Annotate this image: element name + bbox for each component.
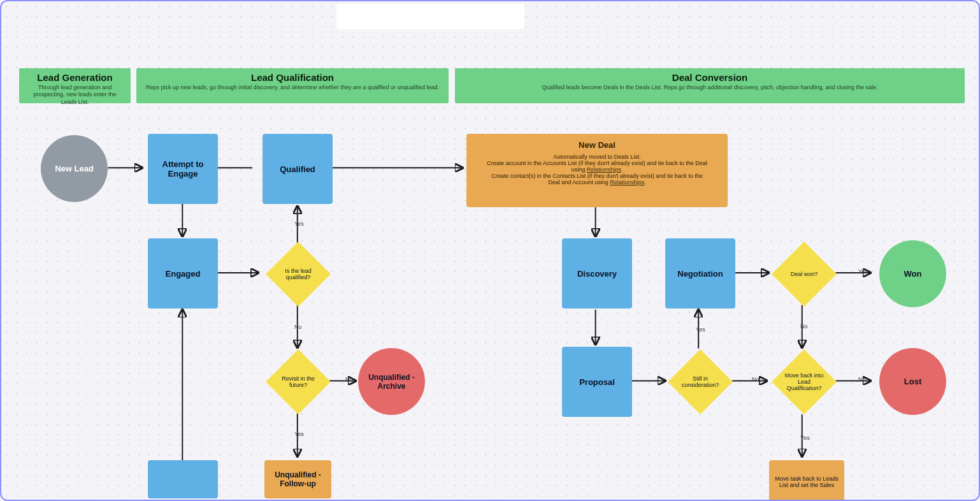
node-new-deal[interactable]: New Deal Automatically moved to Deals Li…	[466, 134, 728, 207]
label-no: No	[345, 376, 353, 382]
stage-sub: Qualified leads become Deals in the Deal…	[461, 84, 958, 91]
label-yes: Yes	[294, 221, 304, 227]
node-new-lead[interactable]: New Lead	[41, 135, 108, 202]
decision-move-back[interactable]: Move back into Lead Qualification?	[772, 349, 837, 414]
decision-revisit[interactable]: Revisit in the future?	[266, 349, 331, 414]
label-yes: Yes	[294, 431, 304, 437]
decision-still-consideration[interactable]: Still in consideration?	[668, 349, 733, 414]
decision-deal-won[interactable]: Deal won?	[772, 242, 837, 307]
stage-title: Lead Qualification	[143, 72, 442, 83]
label-no: No	[294, 324, 302, 330]
new-deal-title: New Deal	[486, 140, 709, 150]
node-unqualified-archive[interactable]: Unqualified - Archive	[358, 348, 425, 415]
stage-deal-conversion: Deal Conversion Qualified leads become D…	[455, 68, 965, 103]
node-proposal[interactable]: Proposal	[562, 347, 632, 417]
stage-title: Deal Conversion	[461, 72, 958, 83]
label-yes: Yes	[800, 435, 810, 441]
label-no: No	[752, 376, 760, 382]
node-negotiation[interactable]: Negotiation	[665, 238, 735, 309]
node-qualified[interactable]: Qualified	[263, 134, 333, 204]
decision-lead-qualified[interactable]: Is the lead qualified?	[266, 242, 331, 307]
label-no: No	[800, 323, 808, 330]
new-deal-l2: Create account in the Accounts List (if …	[486, 160, 709, 173]
stage-sub: Reps pick up new leads, go through initi…	[143, 84, 442, 91]
stage-title: Lead Generation	[25, 72, 124, 83]
node-engaged[interactable]: Engaged	[148, 238, 218, 309]
label-yes: Yes	[858, 268, 868, 275]
new-deal-l1: Automatically moved to Deals List.	[486, 154, 709, 160]
node-lost[interactable]: Lost	[879, 348, 946, 415]
node-blank-loop[interactable]	[148, 460, 218, 498]
label-yes: Yes	[696, 326, 705, 333]
new-deal-l3: Create contact(s) in the Contacts List (…	[486, 173, 709, 185]
stage-sub: Through lead generation and prospecting,…	[25, 84, 124, 106]
node-unqualified-followup[interactable]: Unqualified - Follow-up	[264, 460, 331, 498]
node-move-task[interactable]: Move task back to Leads List and set the…	[769, 460, 844, 501]
label-no: No	[858, 376, 866, 382]
node-won[interactable]: Won	[879, 240, 946, 307]
diagram-canvas[interactable]: Lead Generation Through lead generation …	[0, 0, 980, 501]
node-discovery[interactable]: Discovery	[562, 238, 632, 309]
node-attempt-engage[interactable]: Attempt to Engage	[148, 134, 218, 204]
stage-lead-generation: Lead Generation Through lead generation …	[19, 68, 131, 103]
stage-lead-qualification: Lead Qualification Reps pick up new lead…	[136, 68, 449, 103]
